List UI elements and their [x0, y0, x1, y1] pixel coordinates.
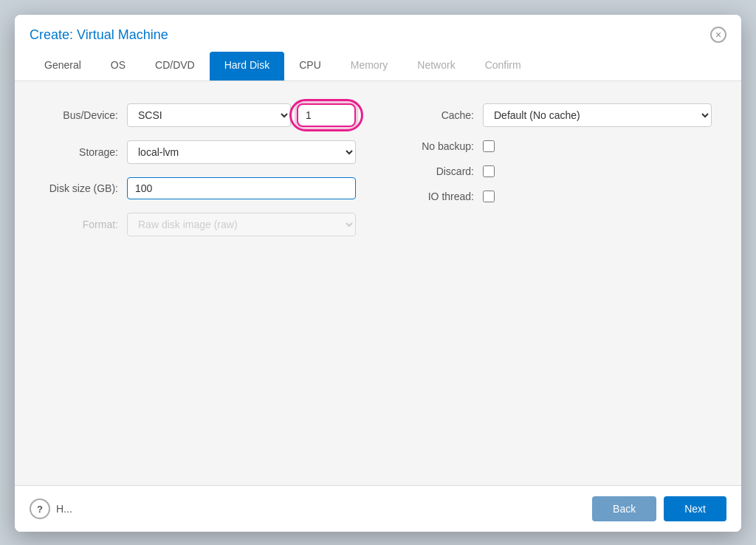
- io-thread-label: IO thread:: [400, 191, 474, 202]
- tab-bar: General OS CD/DVD Hard Disk CPU Memory N…: [30, 52, 726, 80]
- no-backup-row: No backup:: [400, 140, 712, 152]
- no-backup-checkbox[interactable]: [483, 140, 495, 152]
- cache-select[interactable]: Default (No cache): [483, 103, 712, 127]
- tab-memory: Memory: [336, 52, 403, 80]
- close-button[interactable]: ×: [710, 27, 726, 43]
- storage-select[interactable]: local-lvm: [127, 140, 356, 164]
- create-vm-dialog: Create: Virtual Machine × General OS CD/…: [15, 15, 741, 532]
- bus-device-label: Bus/Device:: [44, 109, 118, 121]
- format-label: Format:: [44, 219, 118, 230]
- dialog-title: Create: Virtual Machine: [30, 27, 168, 43]
- format-row: Format: Raw disk image (raw): [44, 213, 356, 236]
- bus-device-row: Bus/Device: SCSI: [44, 103, 356, 127]
- tab-harddisk[interactable]: Hard Disk: [210, 52, 284, 80]
- help-button[interactable]: ?: [30, 498, 50, 519]
- form-grid: Bus/Device: SCSI Storage: local-lvm: [44, 103, 712, 236]
- back-button[interactable]: Back: [592, 496, 656, 521]
- dialog-footer: ? H... Back Next: [15, 485, 741, 532]
- discard-row: Discard:: [400, 165, 712, 177]
- disk-size-label: Disk size (GB):: [44, 182, 118, 194]
- footer-left: ? H...: [30, 498, 72, 519]
- io-thread-row: IO thread:: [400, 191, 712, 202]
- io-thread-checkbox[interactable]: [483, 191, 495, 202]
- disk-size-row: Disk size (GB):: [44, 177, 356, 199]
- bus-device-controls: SCSI: [127, 103, 356, 127]
- device-input[interactable]: [297, 103, 356, 127]
- tab-confirm: Confirm: [470, 52, 536, 80]
- help-text: H...: [56, 503, 72, 515]
- bus-select[interactable]: SCSI: [127, 103, 291, 127]
- device-highlight: [297, 103, 356, 127]
- disk-size-input[interactable]: [127, 177, 356, 199]
- no-backup-label: No backup:: [400, 140, 474, 152]
- storage-row: Storage: local-lvm: [44, 140, 356, 164]
- cache-row: Cache: Default (No cache): [400, 103, 712, 127]
- discard-checkbox[interactable]: [483, 165, 495, 177]
- discard-label: Discard:: [400, 165, 474, 177]
- next-button[interactable]: Next: [664, 496, 726, 521]
- dialog-body: Bus/Device: SCSI Storage: local-lvm: [15, 81, 741, 485]
- tab-os[interactable]: OS: [96, 52, 140, 80]
- tab-network: Network: [402, 52, 470, 80]
- title-row: Create: Virtual Machine ×: [30, 27, 726, 43]
- storage-label: Storage:: [44, 146, 118, 158]
- cache-label: Cache:: [400, 109, 474, 121]
- tab-cddvd[interactable]: CD/DVD: [140, 52, 210, 80]
- format-select[interactable]: Raw disk image (raw): [127, 213, 356, 236]
- dialog-header: Create: Virtual Machine × General OS CD/…: [15, 15, 741, 81]
- tab-cpu[interactable]: CPU: [284, 52, 336, 80]
- footer-right: Back Next: [592, 496, 726, 521]
- tab-general[interactable]: General: [30, 52, 96, 80]
